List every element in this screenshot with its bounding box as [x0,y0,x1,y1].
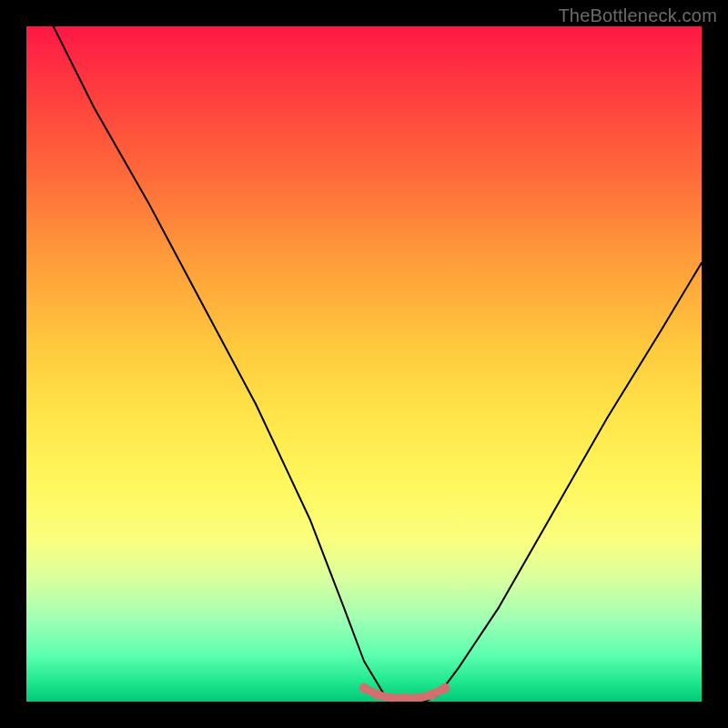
chart-frame: TheBottleneck.com [0,0,728,728]
bottom-dot [372,690,382,700]
bottom-dot [359,683,369,693]
bottom-dot [440,683,450,693]
bottom-dots-group [359,683,450,702]
bottom-dot [427,690,437,700]
chart-svg [26,26,702,702]
main-curve-path [54,26,702,702]
watermark-text: TheBottleneck.com [558,5,717,26]
plot-area [26,26,702,702]
